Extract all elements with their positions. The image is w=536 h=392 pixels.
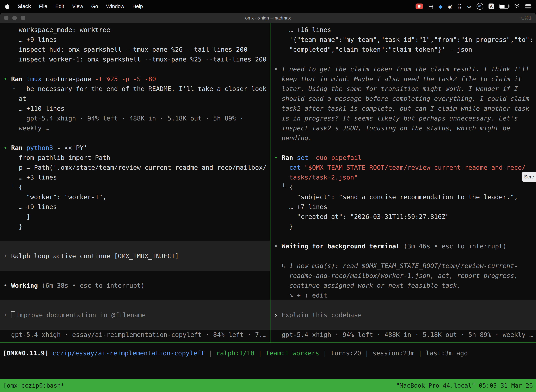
tmux-session: workspace_mode: worktree … +9 lines insp… — [0, 23, 536, 343]
terminal-line: continue assigned work or next feasible … — [270, 281, 536, 290]
terminal-line: ↳ 1 new msg(s): read $OMX_TEAM_STATE_ROO… — [270, 261, 536, 271]
terminal-line: "completed","claim_token":"claim-token"}… — [270, 45, 536, 54]
terminal-line — [0, 232, 270, 241]
left-terminal-pane[interactable]: workspace_mode: worktree … +9 lines insp… — [0, 23, 270, 342]
text-cursor — [11, 311, 15, 318]
terminal-line — [270, 300, 536, 310]
input-source-icon[interactable]: A — [488, 4, 494, 9]
omx-hud: [OMX#0.11.9] cczip/essay/ai-reimplementa… — [0, 343, 536, 384]
terminal-line: • Ran set -euo pipefail — [270, 153, 536, 163]
terminal-line — [0, 320, 270, 330]
terminal-line: … +9 lines — [0, 202, 270, 212]
terminal-line — [270, 251, 536, 261]
window-shortcut: ⌥⌘1 — [519, 15, 531, 21]
terminal-line: • Ran python3 - <<'PY' — [0, 143, 270, 153]
terminal-line: … +16 lines — [270, 25, 536, 35]
terminal-line — [0, 241, 270, 251]
composer-input[interactable]: › Improve documentation in @filename — [0, 310, 270, 320]
terminal-line: keep that in mind. Maybe I also need the… — [270, 74, 536, 84]
terminal-line — [270, 320, 536, 330]
terminal-line: … +9 lines — [0, 35, 270, 45]
menu-item-go[interactable]: Go — [91, 4, 98, 9]
menu-item-edit[interactable]: Edit — [55, 4, 64, 9]
screen-recording-icon[interactable] — [416, 4, 423, 9]
terminal-line: └ { — [0, 182, 270, 192]
battery-icon[interactable] — [499, 4, 509, 9]
terminal-line: cat "$OMX_TEAM_STATE_ROOT/team/review-cu… — [270, 163, 536, 173]
right-terminal-pane[interactable]: … +16 lines '{"team_name":"my-team","tas… — [270, 23, 536, 344]
terminal-line: readme-and-reco/mailbox/worker-1.json, a… — [270, 271, 536, 281]
apple-menu-icon[interactable] — [5, 4, 10, 9]
terminal-line: ] — [0, 212, 270, 222]
tmux-window-name[interactable]: [omx-cczip0:bash* — [3, 379, 64, 392]
terminal-line: later. Using the same for transition mig… — [270, 84, 536, 94]
terminal-line: task2 after task1 is complete, but can I… — [270, 104, 536, 113]
terminal-line: "worker": "worker-1", — [0, 192, 270, 202]
terminal-line: └ { — [270, 182, 536, 192]
terminal-line: … +110 lines — [0, 104, 270, 113]
terminal-line: } — [0, 222, 270, 232]
terminal-line — [270, 54, 536, 64]
terminal-line — [0, 133, 270, 143]
terminal-line — [270, 143, 536, 153]
terminal-line — [0, 300, 270, 310]
terminal-line: gpt-5.4 xhigh · 94% left · 488K in · 5.1… — [0, 113, 270, 123]
terminal-line: ⌥ + ↑ edit — [270, 290, 536, 300]
tmux-host-clock: "MacBook-Pro-44.local" 05:03 31-Mar-26 — [396, 379, 533, 392]
terminal-line: p = Path('.omx/state/team/review-current… — [0, 163, 270, 173]
terminal-line: inspect_worker-1: omx sparkshell --tmux-… — [0, 54, 270, 64]
terminal-line: • Working (6m 38s • esc to interrupt) — [0, 281, 270, 290]
terminal-line: } — [270, 222, 536, 232]
terminal-line — [0, 290, 270, 300]
terminal-line: tasks/task-2.json" — [270, 173, 536, 182]
terminal-line: gpt-5.4 xhigh · 94% left · 488K in · 5.1… — [270, 330, 536, 340]
loop-app-icon[interactable]: ∞ — [467, 3, 471, 9]
keyboard-viewer-icon[interactable]: ▤ — [428, 3, 433, 9]
terminal-line — [0, 271, 270, 281]
tmux-status-bar: [omx-cczip0:bash* "MacBook-Pro-44.local"… — [0, 379, 536, 392]
terminal-line: at — [0, 94, 270, 104]
zoom-button[interactable] — [21, 16, 25, 20]
terminal-line: pending. — [270, 133, 536, 143]
window-titlebar[interactable]: omx --xhigh --madmax ⌥⌘1 — [0, 13, 536, 23]
terminal-line: … +7 lines — [270, 202, 536, 212]
terminal-line: "created_at": "2026-03-31T11:59:27.816Z" — [270, 212, 536, 222]
terminal-line: should send a message before completing … — [270, 94, 536, 104]
menu-status-icons: ▤◆◉⣿∞61A — [416, 3, 531, 10]
terminal-line: gpt-5.4 xhigh · essay/ai-reimplementatio… — [0, 330, 270, 340]
terminal-line: … +3 lines — [0, 173, 270, 182]
spark-app-icon[interactable]: ◆ — [439, 3, 443, 9]
terminal-line: from pathlib import Path — [0, 153, 270, 163]
menu-app-name[interactable]: Slack — [18, 4, 31, 9]
macos-menu-bar: Slack FileEditViewGoWindowHelp ▤◆◉⣿∞61A — [0, 0, 536, 13]
queued-message-row[interactable]: › Ralph loop active continue [OMX_TMUX_I… — [0, 251, 270, 261]
battery-percent-badge[interactable]: 61 — [477, 3, 483, 10]
terminal-window: omx --xhigh --madmax ⌥⌘1 workspace_mode:… — [0, 13, 536, 392]
menu-item-file[interactable]: File — [39, 4, 47, 9]
composer-input[interactable]: › Explain this codebase — [270, 310, 536, 320]
menu-item-window[interactable]: Window — [106, 4, 124, 9]
control-center-icon[interactable] — [525, 5, 531, 9]
menu-item-help[interactable]: Help — [132, 4, 143, 9]
terminal-line: • I need to get the claim token from the… — [270, 64, 536, 74]
terminal-line: inspect_hud: omx sparkshell --tmux-pane … — [0, 45, 270, 54]
terminal-line: inspect task2's JSON, focusing on the st… — [270, 123, 536, 133]
close-button[interactable] — [4, 16, 9, 20]
wifi-icon[interactable] — [514, 3, 520, 9]
circle-app-icon[interactable]: ◉ — [448, 3, 452, 9]
terminal-line: workspace_mode: worktree — [0, 25, 270, 35]
window-title: omx --xhigh --madmax — [245, 15, 291, 21]
traffic-lights — [4, 13, 25, 23]
terminal-line: is in progress? It seems likely but perh… — [270, 113, 536, 123]
dots-grid-icon[interactable]: ⣿ — [458, 3, 462, 9]
minimize-button[interactable] — [12, 16, 17, 20]
hud-status-line: [OMX#0.11.9] cczip/essay/ai-reimplementa… — [3, 350, 468, 357]
screenshot-tooltip: Scre — [522, 172, 536, 182]
terminal-line: • Waiting for background terminal (3m 46… — [270, 241, 536, 251]
terminal-line: '{"team_name":"my-team","task_id":"1","f… — [270, 35, 536, 45]
terminal-line: • Ran tmux capture-pane -t %25 -p -S -80 — [0, 74, 270, 84]
terminal-line: "subject": "send a concise recommendatio… — [270, 192, 536, 202]
terminal-line: └ be necessary for the end of the README… — [0, 84, 270, 94]
menu-item-view[interactable]: View — [72, 4, 83, 9]
terminal-line — [0, 64, 270, 74]
